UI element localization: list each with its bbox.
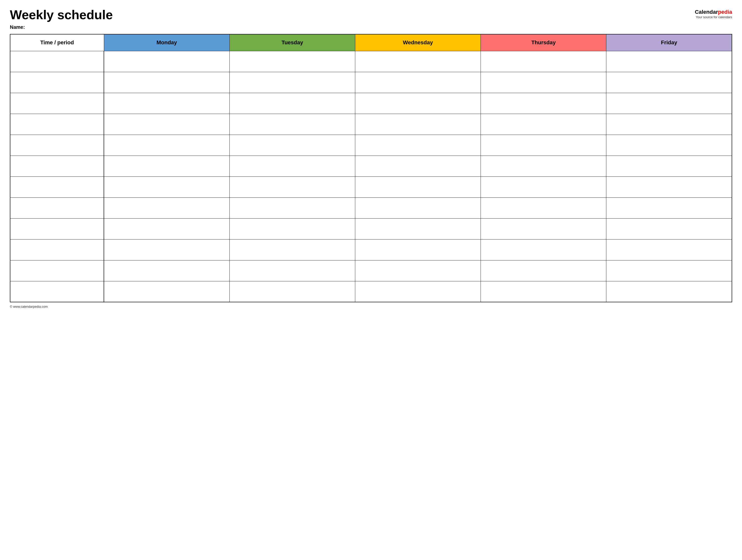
table-row — [10, 93, 732, 114]
schedule-cell[interactable] — [229, 51, 355, 72]
schedule-cell[interactable] — [481, 93, 606, 114]
table-row — [10, 281, 732, 302]
schedule-cell[interactable] — [355, 135, 481, 156]
logo-calendar: Calendar — [695, 9, 718, 15]
table-row — [10, 198, 732, 218]
schedule-cell[interactable] — [229, 156, 355, 176]
schedule-cell[interactable] — [481, 135, 606, 156]
table-row — [10, 156, 732, 176]
table-row — [10, 72, 732, 93]
schedule-cell[interactable] — [606, 176, 732, 198]
schedule-cell[interactable] — [606, 218, 732, 239]
schedule-cell[interactable] — [355, 156, 481, 176]
schedule-cell[interactable] — [481, 260, 606, 281]
schedule-cell[interactable] — [606, 198, 732, 218]
schedule-cell[interactable] — [104, 218, 229, 239]
time-cell[interactable] — [10, 93, 104, 114]
schedule-cell[interactable] — [481, 176, 606, 198]
schedule-cell[interactable] — [481, 239, 606, 260]
schedule-cell[interactable] — [606, 72, 732, 93]
schedule-cell[interactable] — [481, 281, 606, 302]
schedule-cell[interactable] — [355, 239, 481, 260]
page-title: Weekly schedule — [10, 8, 113, 22]
table-row — [10, 218, 732, 239]
table-header-row: Time / period Monday Tuesday Wednesday T… — [10, 34, 732, 51]
table-row — [10, 239, 732, 260]
time-cell[interactable] — [10, 260, 104, 281]
time-cell[interactable] — [10, 156, 104, 176]
time-cell[interactable] — [10, 176, 104, 198]
schedule-cell[interactable] — [229, 72, 355, 93]
schedule-cell[interactable] — [355, 198, 481, 218]
schedule-cell[interactable] — [481, 114, 606, 135]
time-cell[interactable] — [10, 72, 104, 93]
copyright-text: © www.calendarpedia.com — [10, 305, 48, 309]
name-label: Name: — [10, 24, 113, 30]
schedule-cell[interactable] — [355, 72, 481, 93]
logo-pedia: pedia — [718, 9, 732, 15]
schedule-cell[interactable] — [606, 156, 732, 176]
schedule-cell[interactable] — [104, 156, 229, 176]
schedule-cell[interactable] — [606, 281, 732, 302]
schedule-cell[interactable] — [104, 260, 229, 281]
time-cell[interactable] — [10, 135, 104, 156]
col-header-friday: Friday — [606, 34, 732, 51]
schedule-cell[interactable] — [104, 93, 229, 114]
schedule-cell[interactable] — [606, 114, 732, 135]
schedule-cell[interactable] — [104, 72, 229, 93]
schedule-cell[interactable] — [481, 218, 606, 239]
schedule-cell[interactable] — [355, 114, 481, 135]
table-row — [10, 135, 732, 156]
schedule-cell[interactable] — [229, 260, 355, 281]
schedule-cell[interactable] — [229, 93, 355, 114]
logo-text: Calendarpedia — [695, 9, 732, 15]
schedule-cell[interactable] — [229, 135, 355, 156]
schedule-cell[interactable] — [355, 260, 481, 281]
schedule-cell[interactable] — [229, 176, 355, 198]
time-cell[interactable] — [10, 239, 104, 260]
schedule-cell[interactable] — [481, 198, 606, 218]
schedule-cell[interactable] — [355, 176, 481, 198]
schedule-cell[interactable] — [606, 51, 732, 72]
schedule-cell[interactable] — [606, 239, 732, 260]
schedule-cell[interactable] — [104, 51, 229, 72]
schedule-cell[interactable] — [229, 198, 355, 218]
schedule-cell[interactable] — [229, 114, 355, 135]
schedule-cell[interactable] — [355, 281, 481, 302]
col-header-time: Time / period — [10, 34, 104, 51]
schedule-cell[interactable] — [104, 281, 229, 302]
schedule-cell[interactable] — [481, 156, 606, 176]
time-cell[interactable] — [10, 198, 104, 218]
page-header: Weekly schedule Name: Calendarpedia Your… — [10, 8, 732, 30]
schedule-cell[interactable] — [355, 51, 481, 72]
table-row — [10, 176, 732, 198]
schedule-cell[interactable] — [104, 239, 229, 260]
schedule-cell[interactable] — [104, 114, 229, 135]
schedule-cell[interactable] — [229, 281, 355, 302]
logo-tagline: Your source for calendars — [696, 15, 732, 19]
schedule-cell[interactable] — [606, 93, 732, 114]
table-row — [10, 260, 732, 281]
col-header-thursday: Thursday — [481, 34, 606, 51]
col-header-monday: Monday — [104, 34, 229, 51]
time-cell[interactable] — [10, 218, 104, 239]
schedule-cell[interactable] — [104, 176, 229, 198]
schedule-cell[interactable] — [355, 218, 481, 239]
time-cell[interactable] — [10, 114, 104, 135]
schedule-cell[interactable] — [229, 218, 355, 239]
schedule-cell[interactable] — [481, 72, 606, 93]
col-header-tuesday: Tuesday — [229, 34, 355, 51]
time-cell[interactable] — [10, 51, 104, 72]
schedule-cell[interactable] — [229, 239, 355, 260]
schedule-cell[interactable] — [606, 260, 732, 281]
schedule-cell[interactable] — [104, 135, 229, 156]
schedule-cell[interactable] — [355, 93, 481, 114]
schedule-table: Time / period Monday Tuesday Wednesday T… — [10, 34, 732, 302]
schedule-cell[interactable] — [481, 51, 606, 72]
schedule-cell[interactable] — [606, 135, 732, 156]
schedule-cell[interactable] — [104, 198, 229, 218]
col-header-wednesday: Wednesday — [355, 34, 481, 51]
time-cell[interactable] — [10, 281, 104, 302]
schedule-table-body — [10, 51, 732, 302]
title-section: Weekly schedule Name: — [10, 8, 113, 30]
